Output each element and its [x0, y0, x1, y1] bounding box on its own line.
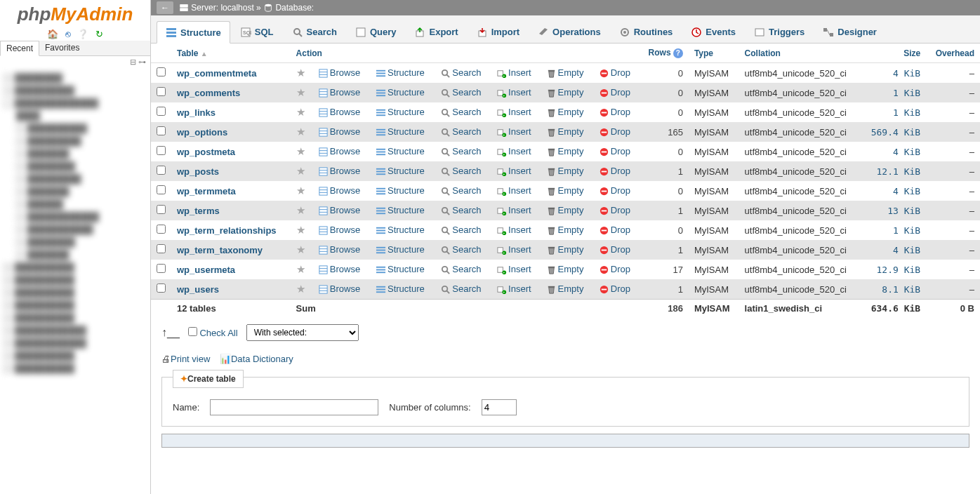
structure-link[interactable]: Structure: [388, 166, 425, 176]
search-link[interactable]: Search: [452, 126, 481, 137]
search-link[interactable]: Search: [452, 185, 481, 196]
insert-link[interactable]: Insert: [508, 225, 531, 235]
empty-link[interactable]: Empty: [558, 126, 584, 137]
favorite-star-icon[interactable]: ★: [296, 165, 305, 177]
tab-import[interactable]: Import: [468, 21, 528, 43]
drop-link[interactable]: Drop: [611, 283, 630, 294]
table-name-link[interactable]: wp_term_relationships: [177, 225, 277, 236]
drop-link[interactable]: Drop: [611, 244, 630, 255]
insert-link[interactable]: Insert: [508, 166, 531, 176]
insert-link[interactable]: Insert: [508, 126, 531, 137]
structure-link[interactable]: Structure: [388, 126, 425, 137]
table-name-link[interactable]: wp_term_taxonomy: [177, 245, 263, 255]
insert-link[interactable]: Insert: [508, 67, 531, 78]
empty-link[interactable]: Empty: [558, 185, 584, 196]
favorite-star-icon[interactable]: ★: [296, 263, 305, 275]
breadcrumb[interactable]: Server: localhost » Database:: [179, 3, 314, 13]
drop-link[interactable]: Drop: [611, 67, 630, 78]
search-link[interactable]: Search: [452, 283, 481, 294]
col-collation[interactable]: Collation: [739, 44, 861, 63]
row-checkbox[interactable]: [157, 166, 166, 175]
browse-link[interactable]: Browse: [330, 67, 360, 78]
tab-favorites[interactable]: Favorites: [39, 41, 85, 55]
drop-link[interactable]: Drop: [611, 166, 630, 176]
tab-query[interactable]: Query: [347, 21, 405, 43]
empty-link[interactable]: Empty: [558, 225, 584, 235]
favorite-star-icon[interactable]: ★: [296, 283, 305, 295]
empty-link[interactable]: Empty: [558, 67, 584, 78]
col-type[interactable]: Type: [689, 44, 739, 63]
table-name-link[interactable]: wp_links: [177, 107, 216, 118]
tab-export[interactable]: Export: [406, 21, 466, 43]
structure-link[interactable]: Structure: [388, 225, 425, 235]
collapse-icon[interactable]: ⊟: [130, 58, 136, 66]
structure-link[interactable]: Structure: [388, 67, 425, 78]
search-link[interactable]: Search: [452, 205, 481, 215]
drop-link[interactable]: Drop: [611, 225, 630, 235]
table-name-link[interactable]: wp_comments: [177, 88, 240, 98]
row-checkbox[interactable]: [157, 283, 166, 293]
col-table[interactable]: Table ▲: [171, 44, 291, 63]
drop-link[interactable]: Drop: [611, 107, 630, 117]
drop-link[interactable]: Drop: [611, 126, 630, 137]
db-tree[interactable]: +████████ +██████████ –██████████████ ██…: [0, 68, 150, 378]
docs-icon[interactable]: ❔: [77, 29, 88, 39]
structure-link[interactable]: Structure: [388, 107, 425, 117]
table-name-link[interactable]: wp_commentmeta: [177, 68, 256, 79]
search-link[interactable]: Search: [452, 264, 481, 274]
search-link[interactable]: Search: [452, 107, 481, 117]
table-name-link[interactable]: wp_options: [177, 127, 227, 138]
insert-link[interactable]: Insert: [508, 264, 531, 274]
search-link[interactable]: Search: [452, 244, 481, 255]
structure-link[interactable]: Structure: [388, 264, 425, 274]
nav-back-icon[interactable]: ←: [157, 1, 173, 14]
search-link[interactable]: Search: [452, 67, 481, 78]
favorite-star-icon[interactable]: ★: [296, 86, 305, 98]
favorite-star-icon[interactable]: ★: [296, 224, 305, 236]
browse-link[interactable]: Browse: [330, 225, 360, 235]
logout-icon[interactable]: ⎋: [65, 29, 71, 39]
browse-link[interactable]: Browse: [330, 107, 360, 117]
tab-sql[interactable]: SQLSQL: [232, 21, 282, 43]
row-checkbox[interactable]: [157, 107, 166, 116]
help-icon[interactable]: ?: [673, 48, 683, 58]
row-checkbox[interactable]: [157, 87, 166, 96]
logo[interactable]: phpMyAdmin: [0, 0, 150, 27]
table-name-link[interactable]: wp_terms: [177, 206, 220, 216]
tab-recent[interactable]: Recent: [0, 41, 39, 56]
row-checkbox[interactable]: [157, 126, 166, 135]
home-icon[interactable]: 🏠: [47, 29, 58, 39]
row-checkbox[interactable]: [157, 185, 166, 194]
drop-link[interactable]: Drop: [611, 185, 630, 196]
favorite-star-icon[interactable]: ★: [296, 106, 305, 118]
check-all[interactable]: Check All: [188, 327, 238, 338]
num-columns-input[interactable]: [482, 399, 517, 415]
search-link[interactable]: Search: [452, 146, 481, 156]
search-link[interactable]: Search: [452, 225, 481, 235]
tab-routines[interactable]: Routines: [611, 21, 682, 43]
tab-events[interactable]: Events: [682, 21, 744, 43]
drop-link[interactable]: Drop: [611, 146, 630, 156]
browse-link[interactable]: Browse: [330, 244, 360, 255]
row-checkbox[interactable]: [157, 244, 166, 253]
print-view-link[interactable]: Print view: [171, 354, 210, 364]
empty-link[interactable]: Empty: [558, 283, 584, 294]
favorite-star-icon[interactable]: ★: [296, 185, 305, 196]
table-name-link[interactable]: wp_postmeta: [177, 147, 235, 157]
structure-link[interactable]: Structure: [388, 244, 425, 255]
data-dictionary-link[interactable]: Data Dictionary: [231, 354, 293, 364]
insert-link[interactable]: Insert: [508, 283, 531, 294]
tab-designer[interactable]: Designer: [814, 21, 885, 43]
browse-link[interactable]: Browse: [330, 283, 360, 294]
browse-link[interactable]: Browse: [330, 185, 360, 196]
empty-link[interactable]: Empty: [558, 205, 584, 215]
drop-link[interactable]: Drop: [611, 264, 630, 274]
favorite-star-icon[interactable]: ★: [296, 126, 305, 138]
drop-link[interactable]: Drop: [611, 205, 630, 215]
col-rows[interactable]: Rows ?: [640, 44, 689, 63]
table-name-link[interactable]: wp_users: [177, 284, 219, 295]
with-selected-dropdown[interactable]: With selected:: [246, 324, 359, 341]
structure-link[interactable]: Structure: [388, 283, 425, 294]
row-checkbox[interactable]: [157, 205, 166, 214]
insert-link[interactable]: Insert: [508, 205, 531, 215]
